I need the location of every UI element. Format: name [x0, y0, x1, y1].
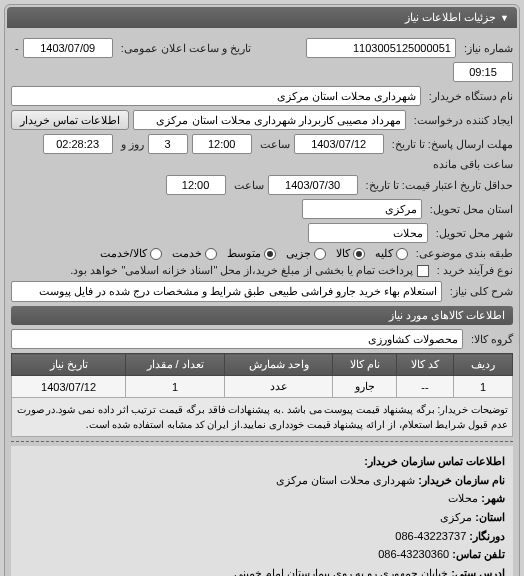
remain-days-field: 3 — [148, 134, 188, 154]
th-unit: واحد شمارش — [225, 354, 333, 376]
radio-service[interactable]: خدمت — [172, 247, 217, 260]
deadline-label: مهلت ارسال پاسخ: تا تاریخ: — [392, 138, 513, 151]
details-panel: ▼ جزئیات اطلاعات نیاز شماره نیاز: 110300… — [4, 4, 520, 576]
contact-org-label: نام سازمان خریدار: — [418, 474, 505, 486]
delivery-city-field: محلات — [308, 223, 428, 243]
valid-time-field: 12:00 — [166, 175, 226, 195]
request-number-field: 1103005125000051 — [306, 38, 456, 58]
contact-city: محلات — [448, 492, 478, 504]
notes-text: برگه پیشنهاد قیمت پیوست می باشد .به پیشن… — [17, 404, 508, 430]
radio-icon — [396, 248, 408, 260]
notes-row: توضیحات خریدار: برگه پیشنهاد قیمت پیوست … — [12, 398, 513, 437]
contact-section: اطلاعات تماس سازمان خریدار: نام سازمان خ… — [11, 446, 513, 576]
phone-label: تلفن تماس: — [452, 548, 505, 560]
deadline-date-field: 1403/07/12 — [294, 134, 384, 154]
goods-section-title: اطلاعات کالاهای مورد نیاز — [11, 306, 513, 325]
delivery-city-label: شهر محل تحویل: — [436, 227, 513, 240]
phone: 43230360-086 — [378, 548, 449, 560]
buyer-org-field: شهرداری محلات استان مرکزی — [11, 86, 421, 106]
process-checkbox[interactable] — [417, 265, 429, 277]
goods-group-field: محصولات کشاورزی — [11, 329, 463, 349]
notes-label: توضیحات خریدار: — [437, 404, 508, 415]
contact-city-label: شهر: — [481, 492, 505, 504]
delivery-province-label: استان محل تحویل: — [430, 203, 513, 216]
divider — [11, 441, 513, 442]
contact-title: اطلاعات تماس سازمان خریدار: — [364, 455, 505, 467]
radio-icon — [264, 248, 276, 260]
td-row: 1 — [454, 376, 513, 398]
radio-part[interactable]: جزیی — [286, 247, 326, 260]
goods-table: ردیف کد کالا نام کالا واحد شمارش تعداد /… — [11, 353, 513, 437]
process-text: پرداخت تمام یا بخشی از مبلغ خرید،از محل … — [70, 264, 413, 277]
th-date: تاریخ نیاز — [12, 354, 126, 376]
address-label: ادرس ستی: — [451, 567, 505, 576]
fax-label: دورنگار: — [469, 530, 505, 542]
radio-medium[interactable]: متوسط — [227, 247, 276, 260]
fax: 43223737-086 — [395, 530, 466, 542]
radio-icon — [353, 248, 365, 260]
valid-date-field: 1403/07/30 — [268, 175, 358, 195]
radio-icon — [150, 248, 162, 260]
desc-field: استعلام بهاء خرید جارو فراشی طبیعی طبق ش… — [11, 281, 442, 302]
saat-label-2: ساعت — [234, 179, 264, 192]
delivery-province-field: مرکزی — [302, 199, 422, 219]
contact-province-label: استان: — [475, 511, 505, 523]
panel-title: جزئیات اطلاعات نیاز — [405, 11, 496, 24]
contact-info-button[interactable]: اطلاعات تماس خریدار — [11, 110, 129, 130]
panel-header[interactable]: ▼ جزئیات اطلاعات نیاز — [7, 7, 517, 28]
td-qty: 1 — [126, 376, 225, 398]
th-name: نام کالا — [333, 354, 396, 376]
th-code: کد کالا — [396, 354, 453, 376]
radio-icon — [205, 248, 217, 260]
td-name: جارو — [333, 376, 396, 398]
td-unit: عدد — [225, 376, 333, 398]
category-label: طبقه بندی موضوعی: — [416, 247, 513, 260]
td-code: -- — [396, 376, 453, 398]
radio-both[interactable]: کالا/خدمت — [100, 247, 162, 260]
address: خیابان جمهوری رو به روی بیمارستان امام خ… — [234, 567, 448, 576]
valid-label: حداقل تاریخ اعتبار قیمت: تا تاریخ: — [366, 179, 513, 192]
saat-label: ساعت — [260, 138, 290, 151]
remain-label: ساعت باقی مانده — [433, 158, 513, 171]
buyer-org-label: نام دستگاه خریدار: — [429, 90, 513, 103]
collapse-icon: ▼ — [500, 13, 509, 23]
process-label: نوع فرآیند خرید : — [437, 264, 513, 277]
announce-date-field: 1403/07/09 — [23, 38, 113, 58]
desc-label: شرح کلی نیاز: — [450, 285, 513, 298]
contact-province: مرکزی — [440, 511, 472, 523]
goods-group-label: گروه کالا: — [471, 333, 513, 346]
radio-all[interactable]: کلیه — [375, 247, 408, 260]
radio-icon — [314, 248, 326, 260]
request-number-label: شماره نیاز: — [464, 42, 513, 55]
th-qty: تعداد / مقدار — [126, 354, 225, 376]
contact-org: شهرداری محلات استان مرکزی — [276, 474, 415, 486]
announce-time-field: 09:15 — [453, 62, 513, 82]
remain-days-label: روز و — [121, 138, 144, 151]
announce-label: تاریخ و ساعت اعلان عمومی: — [121, 42, 251, 55]
creator-label: ایجاد کننده درخواست: — [414, 114, 513, 127]
remain-time-field: 02:28:23 — [43, 134, 113, 154]
category-radio-group: کلیه کالا جزیی متوسط خدمت کالا/خدمت — [100, 247, 408, 260]
deadline-time-field: 12:00 — [192, 134, 252, 154]
table-row[interactable]: 1 -- جارو عدد 1 1403/07/12 — [12, 376, 513, 398]
radio-goods[interactable]: کالا — [336, 247, 365, 260]
creator-field: مهرداد مصیبی کاربردار شهرداری محلات استا… — [133, 110, 406, 130]
th-row: ردیف — [454, 354, 513, 376]
td-date: 1403/07/12 — [12, 376, 126, 398]
panel-body: شماره نیاز: 1103005125000051 تاریخ و ساع… — [7, 28, 517, 576]
table-header-row: ردیف کد کالا نام کالا واحد شمارش تعداد /… — [12, 354, 513, 376]
